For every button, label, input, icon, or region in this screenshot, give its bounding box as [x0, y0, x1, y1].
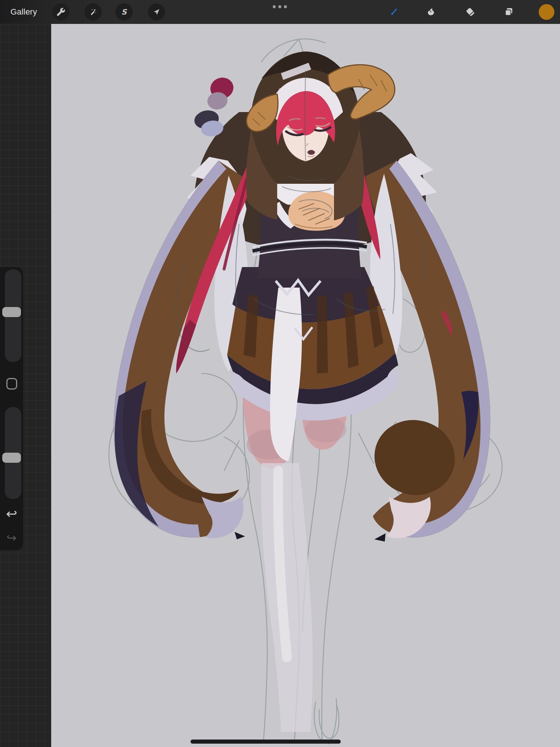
character-figure — [114, 52, 490, 732]
paint-tool-button[interactable] — [386, 3, 403, 21]
magic-wand-icon — [89, 7, 98, 16]
smudge-finger-icon — [426, 7, 436, 17]
svg-text:S: S — [121, 7, 127, 16]
adjustments-button[interactable] — [84, 3, 102, 21]
mouth — [307, 150, 315, 155]
smudge-tool-button[interactable] — [422, 3, 439, 21]
stocking — [261, 463, 313, 732]
erase-tool-button[interactable] — [462, 3, 479, 21]
selection-s-icon: S — [119, 7, 129, 17]
undo-button[interactable]: ↩ — [0, 506, 23, 521]
transform-button[interactable] — [148, 3, 165, 21]
wrench-icon — [56, 7, 65, 16]
color-swatch[interactable] — [539, 4, 554, 20]
ellipsis-icon — [273, 5, 276, 8]
gallery-button[interactable]: Gallery — [10, 0, 37, 24]
ellipsis-icon — [284, 5, 287, 8]
artwork-canvas[interactable] — [0, 0, 560, 747]
sidebar-controls: ↩ ↪ — [0, 267, 23, 550]
actions-button[interactable] — [52, 3, 69, 21]
redo-button[interactable]: ↪ — [0, 531, 23, 545]
selection-button[interactable]: S — [115, 3, 133, 21]
brush-icon — [389, 7, 399, 17]
redo-arrow-icon: ↪ — [7, 531, 17, 545]
modify-button[interactable] — [6, 378, 17, 390]
eraser-icon — [465, 7, 475, 17]
brush-size-handle[interactable] — [2, 307, 21, 317]
layers-button[interactable] — [500, 3, 517, 21]
ellipsis-icon — [278, 5, 281, 8]
top-toolbar: Gallery S — [0, 0, 560, 24]
canvas-menu-button[interactable] — [273, 5, 287, 8]
home-indicator[interactable] — [191, 740, 341, 744]
undo-arrow-icon: ↩ — [6, 506, 17, 521]
opacity-handle[interactable] — [2, 453, 21, 463]
layers-icon — [504, 7, 514, 17]
transform-arrow-icon — [152, 7, 161, 16]
